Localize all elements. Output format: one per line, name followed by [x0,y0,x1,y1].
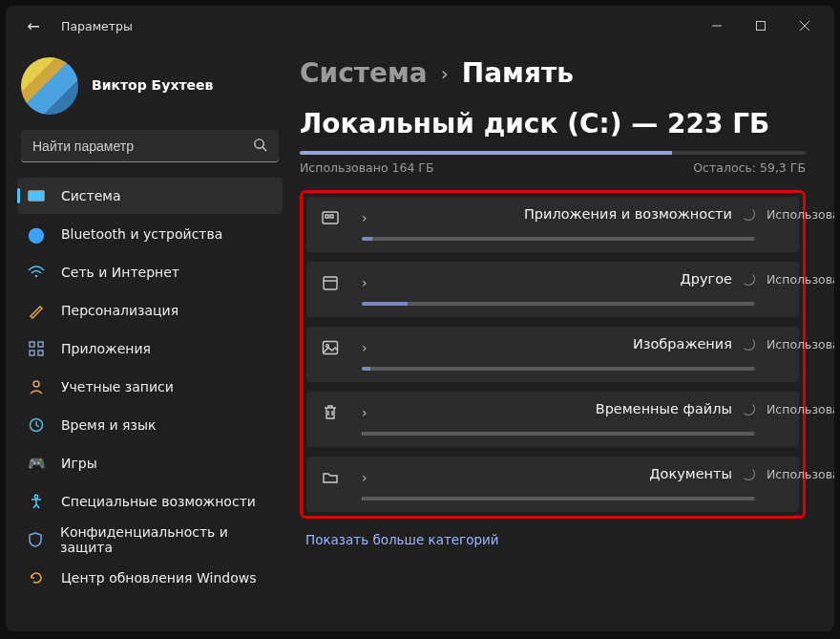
category-title: Изображения [633,336,755,351]
svg-point-6 [35,275,38,278]
category-trash[interactable]: Временные файлы Использовано 416 МБ/164 … [306,392,799,447]
loading-spinner-icon [742,402,755,415]
svg-rect-16 [330,215,333,218]
loading-spinner-icon [742,467,755,480]
category-bar [362,367,755,371]
nav-item-label: Учетные записи [61,379,174,394]
profile-name: Виктор Бухтеев [92,77,213,93]
disk-used-label: Использовано 164 ГБ [300,160,434,175]
category-bar [362,237,755,241]
chevron-right-icon: › [362,405,584,420]
category-title: Временные файлы [596,401,755,416]
loading-spinner-icon [742,337,755,351]
nav-item-monitor[interactable]: Система [17,178,283,214]
apps-icon [27,341,46,356]
show-more-link[interactable]: Показать больше категорий [300,519,806,561]
svg-rect-8 [38,342,43,347]
access-icon [27,494,46,509]
clock-icon [27,417,46,433]
nav-item-bluetooth[interactable]: ⬤ Bluetooth и устройства [17,216,283,252]
category-box[interactable]: Другое Использовано 19,0 ГБ/164 ГБ › [306,262,799,317]
nav-item-gamepad[interactable]: 🎮 Игры [17,445,283,481]
storage-categories: Приложения и возможности Использовано 4,… [300,190,806,519]
svg-rect-9 [30,351,34,355]
close-button[interactable] [783,9,827,43]
chevron-right-icon: › [362,210,513,225]
loading-spinner-icon [742,207,755,221]
settings-window: ← Параметры Виктор Бухтеев [6,6,834,631]
avatar [21,57,78,115]
disk-usage-bar [300,151,806,155]
chevron-right-icon: › [362,275,668,290]
nav-item-label: Конфиденциальность и защита [60,524,273,555]
nav-item-label: Специальные возможности [61,494,256,509]
svg-point-4 [255,138,263,147]
search-input[interactable] [32,138,243,154]
back-button[interactable]: ← [21,17,46,35]
search-icon [253,138,267,155]
svg-rect-15 [326,215,328,218]
nav-item-label: Система [61,188,120,203]
maximize-button[interactable] [739,9,783,43]
folder-icon [320,467,341,488]
svg-rect-10 [38,351,43,355]
nav-item-user[interactable]: Учетные записи [17,369,283,405]
nav-item-label: Игры [61,456,97,471]
wifi-icon [27,265,46,280]
trash-icon [320,402,341,423]
category-apps-grid[interactable]: Приложения и возможности Использовано 4,… [306,197,799,252]
nav-item-label: Сеть и Интернет [61,265,179,280]
body: Виктор Бухтеев Система⬤ Bluetooth и устр… [6,46,834,631]
nav-item-update[interactable]: Центр обновления Windows [17,560,283,596]
breadcrumb-root[interactable]: Система [300,57,428,89]
svg-rect-17 [324,277,337,289]
main: Система › Память Локальный диск (C:) — 2… [294,46,834,631]
category-used: Использовано 4,19 ГБ/164 ГБ [766,207,786,222]
disk-free-label: Осталось: 59,3 ГБ [693,160,806,175]
category-title: Другое [680,271,755,287]
bluetooth-icon: ⬤ [27,226,46,242]
category-title: Приложения и возможности [524,206,755,222]
disk-usage-fill [300,151,672,155]
minimize-button[interactable] [695,9,739,43]
nav-item-access[interactable]: Специальные возможности [17,483,283,520]
nav-item-label: Приложения [61,341,151,356]
loading-spinner-icon [742,272,755,286]
nav-item-brush[interactable]: Персонализация [17,292,283,329]
category-image[interactable]: Изображения Использовано 3,44 ГБ/164 ГБ … [306,327,799,382]
update-icon [27,570,46,586]
category-bar [362,497,755,501]
svg-point-20 [326,345,329,348]
category-used: Использовано 3,44 ГБ/164 ГБ [766,337,786,351]
chevron-right-icon: › [441,62,449,85]
nav-item-wifi[interactable]: Сеть и Интернет [17,254,283,290]
category-used: Использовано 416 МБ/164 ГБ [766,402,786,416]
category-bar [362,432,755,436]
image-icon [320,337,341,358]
disk-meta: Использовано 164 ГБ Осталось: 59,3 ГБ [300,160,806,175]
category-used: Использовано 19,0 ГБ/164 ГБ [766,272,786,287]
profile[interactable]: Виктор Бухтеев [6,46,294,126]
apps-grid-icon [320,207,341,228]
nav-item-label: Время и язык [61,417,156,433]
chevron-right-icon: › [362,340,621,355]
nav-item-label: Bluetooth и устройства [61,226,222,242]
box-icon [320,272,341,293]
svg-line-5 [262,147,266,151]
chevron-right-icon: › [362,470,638,485]
nav-item-shield[interactable]: Конфиденциальность и защита [17,522,283,558]
sidebar: Виктор Бухтеев Система⬤ Bluetooth и устр… [6,46,294,631]
nav-item-apps[interactable]: Приложения [17,330,283,367]
nav: Система⬤ Bluetooth и устройства Сеть и И… [6,176,294,631]
category-title: Документы [649,466,755,481]
breadcrumb: Система › Память [300,46,806,108]
nav-item-clock[interactable]: Время и язык [17,407,283,443]
search-box[interactable] [21,130,279,162]
svg-point-11 [33,381,39,387]
category-folder[interactable]: Документы Использовано 496 МБ/164 ГБ › [306,457,799,512]
svg-point-13 [34,495,37,498]
disk-title: Локальный диск (C:) — 223 ГБ [300,108,806,139]
nav-item-label: Персонализация [61,303,178,318]
category-used: Использовано 496 МБ/164 ГБ [766,467,786,481]
user-icon [27,379,46,394]
